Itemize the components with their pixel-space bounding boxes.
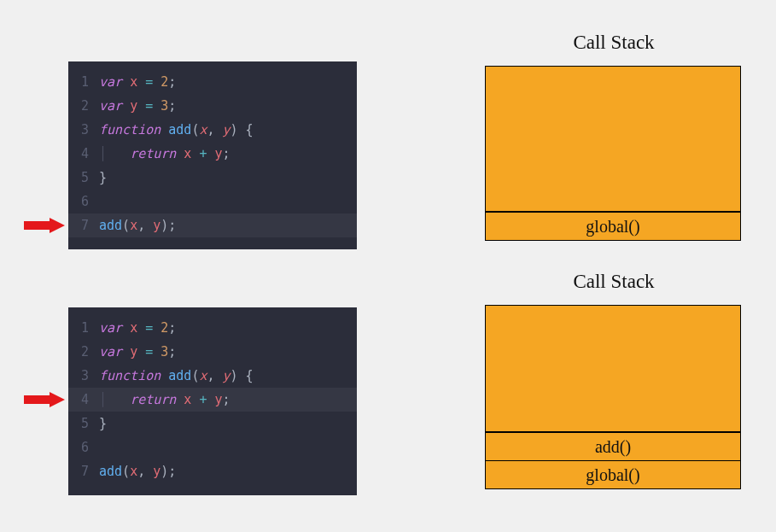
stack-empty-space: [486, 67, 740, 212]
code-line: 5}: [68, 166, 357, 190]
code-line: 7add(x, y);: [68, 459, 357, 483]
line-number: 5: [68, 166, 99, 190]
code-block-top: 1var x = 2;2var y = 3;3function add(x, y…: [68, 61, 357, 249]
line-number: 7: [68, 459, 99, 483]
call-stack-bottom: Call Stack add()global(): [485, 271, 743, 489]
stack-box: add()global(): [485, 305, 741, 489]
code-line: 6: [68, 190, 357, 213]
code-line: 4│ return x + y;: [68, 142, 357, 166]
execution-arrow-icon: [24, 218, 65, 233]
code-line: 7add(x, y);: [68, 213, 357, 237]
code-line: 1var x = 2;: [68, 316, 357, 340]
code-line: 4│ return x + y;: [68, 388, 357, 412]
svg-marker-0: [24, 218, 65, 233]
stack-frame: global(): [486, 460, 740, 488]
stack-title: Call Stack: [485, 32, 743, 54]
execution-arrow-icon: [24, 392, 65, 407]
line-number: 4: [68, 142, 99, 166]
arrow-column-bottom: [0, 307, 68, 495]
line-number: 6: [68, 190, 99, 213]
stack-frame: global(): [486, 212, 740, 240]
line-number: 2: [68, 94, 99, 118]
stack-box: global(): [485, 66, 741, 241]
code-line: 1var x = 2;: [68, 70, 357, 94]
code-content: add(x, y);: [99, 213, 176, 237]
line-number: 1: [68, 316, 99, 340]
code-block-bottom: 1var x = 2;2var y = 3;3function add(x, y…: [68, 307, 357, 495]
stack-frame: add(): [486, 432, 740, 460]
code-content: function add(x, y) {: [99, 118, 254, 142]
arrow-column-top: [0, 61, 68, 249]
code-content: var x = 2;: [99, 70, 176, 94]
line-number: 5: [68, 412, 99, 436]
code-content: function add(x, y) {: [99, 364, 254, 388]
line-number: 3: [68, 364, 99, 388]
code-content: │ return x + y;: [99, 388, 230, 412]
stack-empty-space: [486, 306, 740, 432]
panel-top: 1var x = 2;2var y = 3;3function add(x, y…: [0, 61, 357, 249]
code-line: 2var y = 3;: [68, 94, 357, 118]
code-content: var y = 3;: [99, 94, 176, 118]
code-content: │ return x + y;: [99, 142, 230, 166]
stack-title: Call Stack: [485, 271, 743, 293]
line-number: 2: [68, 340, 99, 364]
line-number: 1: [68, 70, 99, 94]
code-line: 2var y = 3;: [68, 340, 357, 364]
line-number: 4: [68, 388, 99, 412]
code-line: 3function add(x, y) {: [68, 118, 357, 142]
code-line: 5}: [68, 412, 357, 436]
line-number: 7: [68, 213, 99, 237]
panel-bottom: 1var x = 2;2var y = 3;3function add(x, y…: [0, 307, 357, 495]
line-number: 6: [68, 436, 99, 459]
call-stack-top: Call Stack global(): [485, 32, 743, 241]
line-number: 3: [68, 118, 99, 142]
code-content: var x = 2;: [99, 316, 176, 340]
code-content: var y = 3;: [99, 340, 176, 364]
code-content: }: [99, 166, 107, 190]
code-content: }: [99, 412, 107, 436]
code-line: 6: [68, 436, 357, 459]
code-content: add(x, y);: [99, 459, 176, 483]
svg-marker-1: [24, 392, 65, 407]
code-line: 3function add(x, y) {: [68, 364, 357, 388]
